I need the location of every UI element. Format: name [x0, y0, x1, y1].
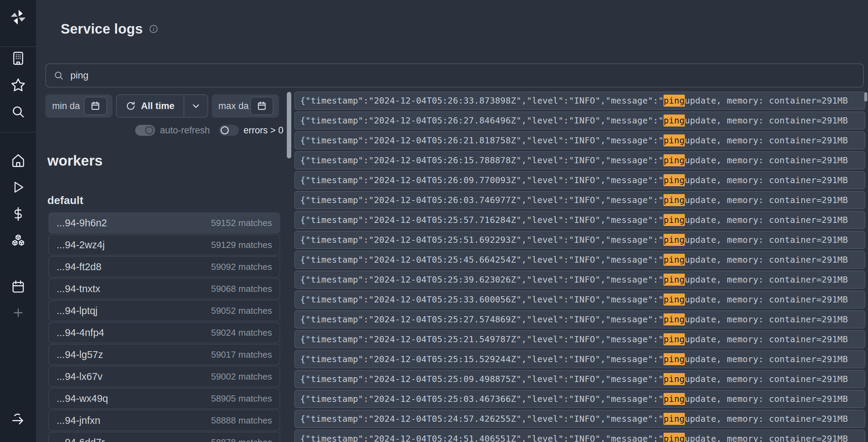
- log-text-before: {"timestamp":"2024-12-04T05:26:21.818758…: [300, 135, 664, 145]
- worker-id: ...94-ft2d8: [57, 261, 102, 273]
- log-search-box: [45, 63, 864, 87]
- log-text-after: update, memory: container=291MB: [685, 155, 848, 165]
- log-row: {"timestamp":"2024-12-04T05:25:15.529244…: [294, 350, 865, 368]
- log-row: {"timestamp":"2024-12-04T05:26:27.846496…: [294, 111, 865, 130]
- log-row: {"timestamp":"2024-12-04T05:26:15.788878…: [294, 151, 865, 169]
- log-list: {"timestamp":"2024-12-04T05:26:33.873898…: [294, 92, 868, 442]
- log-text-after: update, memory: container=291MB: [685, 96, 848, 106]
- log-text-before: {"timestamp":"2024-12-04T05:25:15.529244…: [300, 354, 664, 364]
- log-text-before: {"timestamp":"2024-12-04T05:25:21.549787…: [300, 334, 664, 344]
- search-match-highlight: ping: [664, 313, 684, 325]
- worker-list-item[interactable]: ...94-4nfp4 59024 matches: [48, 322, 280, 343]
- worker-match-count: 59024 matches: [211, 327, 272, 338]
- worker-match-count: 58888 matches: [211, 415, 272, 426]
- worker-list-item[interactable]: ...94-lptqj 59052 matches: [48, 300, 280, 321]
- log-text-before: {"timestamp":"2024-12-04T05:25:33.600056…: [300, 295, 664, 304]
- worker-id: ...94-9h6n2: [57, 217, 107, 229]
- worker-match-count: 59068 matches: [211, 284, 272, 294]
- log-text-after: update, memory: container=291MB: [685, 195, 848, 205]
- worker-match-count: 59002 matches: [211, 371, 272, 382]
- toggle-knob: [145, 126, 153, 134]
- auto-refresh-label: auto-refresh: [160, 125, 210, 136]
- time-range-label: All time: [141, 101, 175, 111]
- log-scrollbar-right-thumb[interactable]: [864, 92, 867, 101]
- log-row: {"timestamp":"2024-12-04T05:24:57.426255…: [294, 410, 865, 428]
- workspace-building-icon[interactable]: [10, 50, 26, 66]
- log-row: {"timestamp":"2024-12-04T05:26:03.746977…: [294, 191, 865, 209]
- worker-list-item[interactable]: ...94-tnxtx 59068 matches: [48, 278, 280, 299]
- search-icon[interactable]: [10, 104, 26, 120]
- search-match-highlight: ping: [664, 174, 684, 186]
- schedules-calendar-icon[interactable]: [10, 279, 26, 295]
- workers-list: ...94-9h6n2 59152 matches ...94-2wz4j 59…: [48, 212, 280, 442]
- log-text-before: {"timestamp":"2024-12-04T05:26:33.873898…: [300, 96, 664, 106]
- log-text-after: update, memory: container=291MB: [685, 215, 848, 225]
- info-icon[interactable]: [149, 24, 158, 34]
- search-match-highlight: ping: [664, 413, 684, 425]
- worker-list-item[interactable]: ...94-jnfxn 58888 matches: [48, 410, 280, 431]
- worker-list-item[interactable]: ...94-2wz4j 59129 matches: [48, 234, 280, 255]
- log-text-before: {"timestamp":"2024-12-04T05:25:03.467366…: [300, 394, 664, 404]
- search-match-highlight: ping: [664, 95, 684, 107]
- auto-refresh-control: auto-refresh: [135, 125, 210, 136]
- log-text-after: update, memory: container=291MB: [685, 314, 848, 324]
- log-text-before: {"timestamp":"2024-12-04T05:25:45.664254…: [300, 255, 664, 265]
- sidebar-divider: [0, 132, 36, 133]
- min-date-field: [45, 94, 113, 118]
- search-match-highlight: ping: [664, 274, 684, 286]
- log-row: {"timestamp":"2024-12-04T05:25:39.623026…: [294, 271, 865, 289]
- log-row: {"timestamp":"2024-12-04T05:26:09.770093…: [294, 171, 865, 189]
- toggle-knob: [221, 126, 229, 134]
- log-row: {"timestamp":"2024-12-04T05:25:57.716284…: [294, 211, 865, 229]
- log-text-before: {"timestamp":"2024-12-04T05:25:09.498875…: [300, 374, 664, 384]
- auto-refresh-toggle[interactable]: [135, 125, 155, 136]
- worker-list-item[interactable]: ...94-6dd7r 58878 matches: [48, 432, 280, 442]
- search-match-highlight: ping: [664, 353, 684, 365]
- runs-play-icon[interactable]: [10, 179, 26, 195]
- search-match-highlight: ping: [664, 214, 684, 226]
- log-text-after: update, memory: container=291MB: [685, 434, 848, 442]
- expand-sidebar-arrow-icon[interactable]: [10, 411, 26, 427]
- add-plus-icon[interactable]: [10, 305, 26, 321]
- favorites-star-icon[interactable]: [10, 77, 26, 93]
- resources-boxes-icon[interactable]: [10, 233, 26, 249]
- time-range-button[interactable]: All time: [117, 95, 184, 117]
- worker-list-item[interactable]: ...94-wx49q 58905 matches: [48, 388, 280, 409]
- log-row: {"timestamp":"2024-12-04T05:25:03.467366…: [294, 390, 865, 408]
- filters-row: All time: [45, 94, 287, 118]
- search-match-highlight: ping: [664, 333, 684, 345]
- sidebar-divider: [0, 46, 36, 47]
- log-text-after: update, memory: container=291MB: [685, 374, 848, 384]
- min-date-input[interactable]: [52, 101, 86, 111]
- log-text-before: {"timestamp":"2024-12-04T05:26:03.746977…: [300, 195, 664, 205]
- worker-list-item[interactable]: ...94-ft2d8 59092 matches: [48, 256, 280, 277]
- variables-dollar-icon[interactable]: [10, 206, 26, 222]
- worker-match-count: 59152 matches: [211, 218, 272, 228]
- time-range-chevron-down-icon[interactable]: [184, 95, 208, 117]
- errors-toggle[interactable]: [219, 125, 239, 136]
- worker-match-count: 58905 matches: [211, 393, 272, 404]
- worker-list-item[interactable]: ...94-lg57z 59017 matches: [48, 344, 280, 365]
- windmill-logo-icon[interactable]: [9, 7, 27, 27]
- errors-filter-label: errors > 0: [244, 125, 283, 136]
- search-input[interactable]: [70, 70, 856, 81]
- log-text-before: {"timestamp":"2024-12-04T05:24:57.426255…: [300, 414, 664, 424]
- log-row: {"timestamp":"2024-12-04T05:26:21.818758…: [294, 131, 865, 150]
- log-text-after: update, memory: container=291MB: [685, 275, 848, 285]
- worker-list-item[interactable]: ...94-lx67v 59002 matches: [48, 366, 280, 387]
- worker-list-item[interactable]: ...94-9h6n2 59152 matches: [48, 212, 280, 234]
- max-date-calendar-icon[interactable]: [250, 97, 273, 115]
- home-icon[interactable]: [10, 153, 26, 168]
- worker-group-heading: default: [47, 194, 287, 207]
- content-area: All time: [45, 94, 868, 442]
- search-match-highlight: ping: [664, 254, 684, 266]
- search-match-highlight: ping: [664, 154, 684, 166]
- search-icon: [54, 70, 64, 81]
- worker-id: ...94-jnfxn: [57, 415, 100, 426]
- log-text-after: update, memory: container=291MB: [685, 255, 848, 265]
- min-date-calendar-icon[interactable]: [84, 97, 107, 115]
- max-date-input[interactable]: [219, 101, 253, 111]
- log-scrollbar-left-thumb[interactable]: [287, 92, 291, 158]
- log-text-after: update, memory: container=291MB: [685, 394, 848, 404]
- errors-filter-control: errors > 0: [219, 125, 283, 136]
